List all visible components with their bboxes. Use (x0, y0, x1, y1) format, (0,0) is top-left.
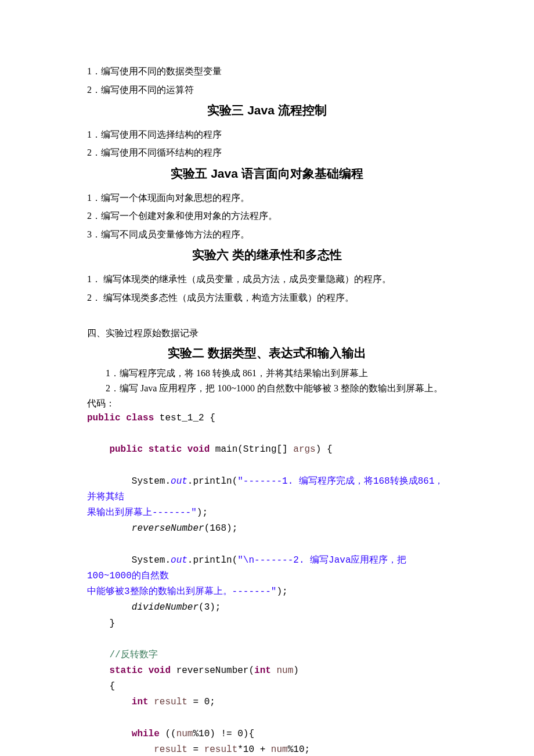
code-line: int result = 0; (87, 694, 447, 710)
document-page: 1．编写使用不同的数据类型变量 2．编写使用不同的运算符 实验三 Java 流程… (0, 0, 534, 756)
code-line: System.out.println("\n-------2. 编写Java应用… (87, 553, 447, 584)
list-item: 3．编写不同成员变量修饰方法的程序。 (87, 227, 447, 242)
list-item: 1．编写一个体现面向对象思想的程序。 (87, 190, 447, 206)
code-line: static void reverseNumber(int num) (87, 663, 447, 679)
list-item: 1．编写使用不同的数据类型变量 (87, 64, 447, 79)
code-label: 代码： (87, 396, 447, 411)
heading-experiment-5: 实验五 Java 语言面向对象基础编程 (87, 164, 447, 183)
section-4-title: 四、实验过程原始数据记录 (87, 326, 447, 341)
list-item: 1．编写使用不同选择结构的程序 (87, 127, 447, 142)
code-line: public static void main(String[] args) { (87, 442, 447, 458)
list-item: 1．编写程序完成，将 168 转换成 861，并将其结果输出到屏幕上 (87, 366, 447, 381)
heading-experiment-2b: 实验二 数据类型、表达式和输入输出 (87, 343, 447, 363)
code-line: System.out.println("-------1. 编写程序完成，将16… (87, 474, 447, 505)
code-line: while ((num%10) != 0){ (87, 726, 447, 742)
code-line: reverseNumber(168); (87, 521, 447, 537)
code-line: { (87, 679, 447, 694)
list-item: 2．编写一个创建对象和使用对象的方法程序。 (87, 208, 447, 224)
list-item: 1． 编写体现类的继承性（成员变量，成员方法，成员变量隐藏）的程序。 (87, 272, 447, 287)
heading-experiment-6: 实验六 类的继承性和多态性 (87, 245, 447, 265)
list-item: 2．编写 Java 应用程序，把 100~1000 的自然数中能够被 3 整除的… (87, 381, 447, 396)
code-line: result = result*10 + num%10; (87, 742, 447, 756)
code-line: //反转数字 (87, 647, 447, 663)
heading-experiment-3: 实验三 Java 流程控制 (87, 100, 447, 120)
list-item: 2．编写使用不同循环结构的程序 (87, 145, 447, 160)
code-line: divideNumber(3); (87, 600, 447, 615)
list-item: 2． 编写体现类多态性（成员方法重载，构造方法重载）的程序。 (87, 290, 447, 305)
code-line: } (87, 616, 447, 632)
code-block: public class test_1_2 { public static vo… (87, 411, 447, 756)
code-line: public class test_1_2 { (87, 411, 447, 426)
section-4: 四、实验过程原始数据记录 实验二 数据类型、表达式和输入输出 1．编写程序完成，… (87, 326, 447, 756)
list-item: 2．编写使用不同的运算符 (87, 82, 447, 98)
code-line: 果输出到屏幕上-------"); (87, 505, 447, 521)
code-line: 中能够被3整除的数输出到屏幕上。-------"); (87, 584, 447, 600)
